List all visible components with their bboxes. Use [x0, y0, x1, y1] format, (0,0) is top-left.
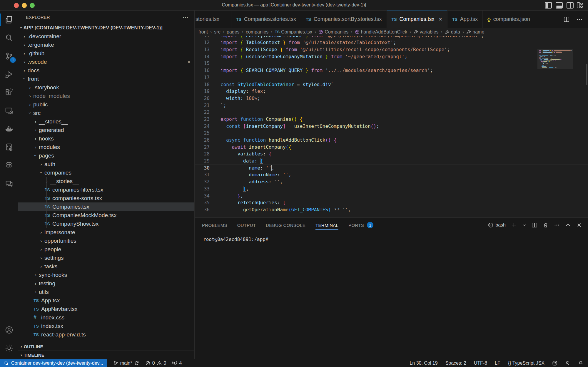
git-branch-status[interactable]: main* [113, 361, 139, 366]
customize-layout-icon[interactable] [577, 2, 584, 9]
code-line-24[interactable]: 24 const [insertCompany] = useInsertOneC… [195, 123, 588, 130]
code-line-19[interactable]: 19 display: flex; [195, 88, 588, 95]
breadcrumb-item-variables[interactable]: variables [413, 29, 438, 35]
tree-item-index.css[interactable]: #index.css [18, 313, 194, 322]
workspace-section-header[interactable]: › APP [CONTAINER DEV-TWENTY-DEV (DEV-TWE… [18, 24, 194, 32]
tree-item-utils[interactable]: ›utils [18, 288, 194, 296]
panel-tab-problems[interactable]: PROBLEMS [202, 218, 227, 232]
breadcrumb-item-pages[interactable]: pages [227, 29, 240, 35]
code-line-29[interactable]: 29 data: { [195, 157, 588, 165]
timeline-section-header[interactable]: › TIMELINE [18, 351, 194, 359]
source-control-icon[interactable]: 1 [0, 47, 18, 65]
breadcrumb-item-src[interactable]: src [214, 29, 220, 35]
notifications-bell-icon[interactable] [578, 361, 583, 366]
code-line-33[interactable]: 33 }, [195, 185, 588, 192]
code-line-34[interactable]: 34 }, [195, 192, 588, 200]
tree-item-index.tsx[interactable]: TSindex.tsx [18, 322, 194, 330]
code-line-31[interactable]: 31 domainName: '', [195, 171, 588, 178]
remote-indicator[interactable]: Container dev-twenty-dev (dev-twenty-dev… [0, 359, 107, 367]
code-line-35[interactable]: 35 refetchQueries: [ [195, 199, 588, 206]
tree-item-.github[interactable]: ›.github [18, 49, 194, 58]
tree-item-companies-filters.tsx[interactable]: TScompanies-filters.tsx [18, 185, 194, 194]
tree-item-front[interactable]: ›front [18, 75, 194, 83]
dev-containers-icon[interactable] [0, 138, 18, 156]
docker-icon[interactable] [0, 120, 18, 138]
tree-item-.devcontainer[interactable]: ›.devcontainer [18, 32, 194, 41]
tree-item-CompaniesMockMode.tsx[interactable]: TSCompaniesMockMode.tsx [18, 211, 194, 219]
code-line-36[interactable]: 36 getOperationName(GET_COMPANIES) ?? ''… [195, 206, 588, 213]
panel-more-actions-icon[interactable] [554, 222, 560, 228]
code-line-26[interactable]: 26 async function handleAddButtonClick()… [195, 137, 588, 144]
tree-item-hooks[interactable]: ›hooks [18, 134, 194, 143]
remote-explorer-icon[interactable] [0, 102, 18, 120]
feedback-icon[interactable] [552, 361, 557, 366]
split-editor-icon[interactable] [563, 16, 570, 23]
panel-tab-output[interactable]: OUTPUT [237, 218, 256, 232]
code-line-21[interactable]: 21`; [195, 102, 588, 109]
code-line-23[interactable]: 23export function Companies() { [195, 116, 588, 123]
maximize-panel-chevron-icon[interactable] [565, 222, 571, 228]
close-panel-icon[interactable] [576, 222, 582, 228]
tab-stories.tsx[interactable]: stories.tsx [195, 11, 231, 28]
code-line-16[interactable]: 16import { SEARCH_COMPANY_QUERY } from '… [195, 67, 588, 74]
tree-item-.storybook[interactable]: ›.storybook [18, 83, 194, 92]
tree-item-pages[interactable]: ›pages [18, 151, 194, 160]
editor-more-actions-icon[interactable] [576, 16, 583, 23]
editor-scrollbar-thumb[interactable] [586, 64, 587, 85]
code-line-18[interactable]: 18const StyledTableContainer = styled.di… [195, 81, 588, 88]
code-line-15[interactable]: 15 [195, 60, 588, 67]
new-terminal-icon[interactable] [511, 222, 517, 228]
tree-item-.vscode[interactable]: ›.vscode [18, 58, 194, 66]
terminal-dropdown-chevron-icon[interactable] [522, 222, 526, 228]
explorer-icon[interactable] [0, 11, 18, 29]
cursor-position-status[interactable]: Ln 30, Col 19 [410, 361, 437, 366]
panel-tab-debug-console[interactable]: DEBUG CONSOLE [266, 218, 305, 232]
code-line-12[interactable]: 12import { TableContext } from '@/ui/tab… [195, 39, 588, 46]
comments-icon[interactable] [0, 175, 18, 193]
code-line-13[interactable]: 13import { RecoilScope } from '@/ui/util… [195, 46, 588, 53]
search-icon[interactable] [0, 29, 18, 47]
indentation-status[interactable]: Spaces: 2 [445, 361, 466, 366]
minimap[interactable] [537, 43, 573, 217]
code-line-25[interactable]: 25 [195, 130, 588, 137]
code-line-17[interactable]: 17 [195, 74, 588, 81]
tree-item-companies[interactable]: ›companies [18, 168, 194, 177]
tab-Companies.sortBy.stories.tsx[interactable]: TSCompanies.sortBy.stories.tsx [301, 11, 387, 28]
breadcrumb-item-front[interactable]: front [198, 29, 208, 35]
tree-item-companies-sorts.tsx[interactable]: TScompanies-sorts.tsx [18, 194, 194, 202]
eol-status[interactable]: LF [495, 361, 500, 366]
forwarded-ports-status[interactable]: 4 [172, 361, 182, 366]
accounts-icon[interactable] [0, 321, 18, 339]
code-line-20[interactable]: 20 width: 100%; [195, 95, 588, 102]
kill-terminal-trash-icon[interactable] [543, 222, 549, 228]
code-line-27[interactable]: 27 await insertCompany({ [195, 144, 588, 151]
tree-item-react-app-env.d.ts[interactable]: TSreact-app-env.d.ts [18, 330, 194, 339]
tree-item-impersonate[interactable]: ›impersonate [18, 228, 194, 237]
toggle-secondary-sidebar-icon[interactable] [567, 2, 574, 9]
explorer-more-actions-icon[interactable]: ⋯ [183, 14, 189, 21]
close-tab-icon[interactable]: ✕ [439, 16, 442, 22]
tab-Companies.stories.tsx[interactable]: TSCompanies.stories.tsx [231, 11, 301, 28]
run-debug-icon[interactable] [0, 65, 18, 83]
tree-item-modules[interactable]: ›modules [18, 143, 194, 151]
tab-Companies.tsx[interactable]: TSCompanies.tsx✕ [387, 11, 447, 28]
language-mode-status[interactable]: {} TypeScript JSX [508, 361, 544, 366]
encoding-status[interactable]: UTF-8 [474, 361, 487, 366]
breadcrumb-item-name[interactable]: name [466, 29, 484, 35]
settings-gear-icon[interactable] [0, 339, 18, 357]
tree-item-.ergomake[interactable]: ›.ergomake [18, 41, 194, 49]
code-line-32[interactable]: 32 address: '', [195, 178, 588, 185]
breadcrumb-item-companies[interactable]: companies [246, 29, 268, 35]
figma-icon[interactable] [0, 156, 18, 175]
tree-item--stories-[interactable]: ›__stories__ [18, 177, 194, 185]
tree-item-testing[interactable]: ›testing [18, 279, 194, 288]
outline-section-header[interactable]: › OUTLINE [18, 342, 194, 351]
code-editor[interactable]: 10import { WithTopBarContainer } from '@… [195, 29, 588, 217]
breadcrumb-item-handleAddButtonClick[interactable]: handleAddButtonClick [355, 29, 407, 35]
tree-item-App.tsx[interactable]: TSApp.tsx [18, 296, 194, 305]
extensions-icon[interactable] [0, 83, 18, 102]
tree-item--stories-[interactable]: ›__stories__ [18, 117, 194, 126]
panel-tab-terminal[interactable]: TERMINAL [315, 218, 338, 232]
remote-tunnels-icon[interactable] [565, 361, 570, 366]
tree-item-docs[interactable]: ›docs [18, 66, 194, 75]
